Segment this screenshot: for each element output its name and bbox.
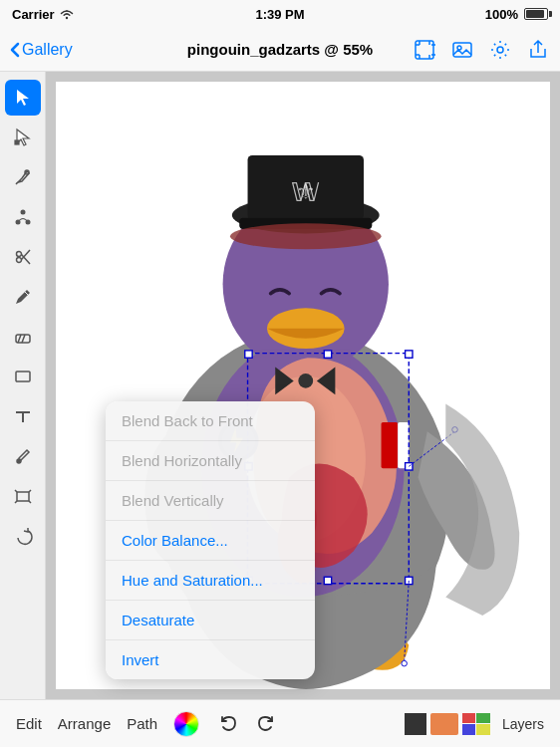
status-time: 1:39 PM (255, 7, 304, 22)
bottom-left: Edit Arrange Path (16, 710, 279, 738)
carrier-label: Carrier (12, 7, 55, 22)
left-toolbar (0, 72, 46, 699)
wifi-icon (59, 8, 75, 20)
svg-rect-32 (398, 422, 409, 468)
svg-rect-40 (324, 577, 331, 584)
direct-select-tool[interactable] (5, 120, 41, 155)
main-area: 𝕎 (0, 72, 560, 699)
status-left: Carrier (12, 7, 75, 22)
bottom-bar: Edit Arrange Path (0, 699, 560, 747)
image-icon[interactable] (450, 38, 474, 62)
path-button[interactable]: Path (127, 715, 157, 732)
node-tool[interactable] (5, 199, 41, 235)
scissors-tool[interactable] (5, 239, 41, 275)
menu-item-invert[interactable]: Invert (106, 640, 315, 679)
layers-button[interactable]: Layers (502, 716, 544, 732)
svg-rect-5 (15, 140, 19, 144)
svg-rect-31 (382, 422, 399, 468)
svg-rect-15 (17, 492, 29, 501)
context-menu: Blend Back to Front Blend Horizontally B… (106, 401, 315, 679)
bottom-right-tools: Layers (405, 713, 544, 735)
battery-icon (524, 8, 548, 20)
fill-black-button[interactable] (405, 713, 426, 735)
svg-point-14 (17, 459, 21, 463)
pen-tool[interactable] (5, 159, 41, 195)
svg-point-24 (230, 223, 382, 249)
gallery-label: Gallery (22, 41, 73, 59)
svg-point-0 (65, 17, 67, 19)
menu-item-blend-front[interactable]: Blend Back to Front (106, 401, 315, 441)
status-bar: Carrier 1:39 PM 100% (0, 0, 560, 28)
transform-tool[interactable] (5, 478, 41, 514)
undo-redo-group (215, 710, 279, 738)
select-tool[interactable] (5, 80, 41, 116)
svg-point-4 (497, 47, 503, 53)
eraser-tool[interactable] (5, 319, 41, 355)
top-bar-right (413, 38, 550, 62)
top-bar-left: Gallery (10, 41, 73, 59)
chevron-left-icon (10, 42, 20, 58)
status-right: 100% (485, 7, 548, 22)
eyedropper-tool[interactable] (5, 438, 41, 474)
svg-point-11 (16, 258, 21, 263)
svg-rect-35 (245, 351, 252, 358)
svg-rect-39 (324, 351, 331, 358)
svg-rect-1 (416, 41, 433, 59)
document-title: pingouin_gadzarts @ 55% (187, 41, 373, 58)
svg-rect-13 (16, 372, 30, 381)
canvas-area[interactable]: 𝕎 (46, 72, 560, 699)
gallery-button[interactable]: Gallery (10, 41, 73, 59)
svg-text:⚜: ⚜ (296, 179, 316, 204)
redo-button[interactable] (251, 710, 279, 738)
color-picker-button[interactable] (173, 711, 199, 737)
share-icon[interactable] (526, 38, 550, 62)
rectangle-tool[interactable] (5, 359, 41, 394)
arrange-button[interactable]: Arrange (58, 715, 111, 732)
edit-button[interactable]: Edit (16, 715, 42, 732)
text-tool[interactable] (5, 398, 41, 434)
undo-button[interactable] (215, 710, 243, 738)
menu-item-desaturate[interactable]: Desaturate (106, 601, 315, 640)
fill-orange-button[interactable] (430, 713, 458, 735)
menu-item-hue-saturation[interactable]: Hue and Saturation... (106, 561, 315, 601)
rotate-tool[interactable] (5, 518, 41, 554)
svg-rect-36 (406, 351, 413, 358)
settings-icon[interactable] (488, 38, 512, 62)
layers-mosaic-button[interactable] (462, 713, 490, 735)
svg-point-10 (16, 252, 21, 257)
svg-point-8 (20, 210, 25, 215)
pencil-tool[interactable] (5, 279, 41, 315)
svg-point-46 (402, 660, 408, 666)
menu-item-blend-vertical[interactable]: Blend Vertically (106, 481, 315, 521)
top-bar: Gallery pingouin_gadzarts @ 55% (0, 28, 560, 72)
menu-item-color-balance[interactable]: Color Balance... (106, 521, 315, 561)
menu-item-blend-horizontal[interactable]: Blend Horizontally (106, 441, 315, 481)
battery-percent: 100% (485, 7, 518, 22)
frame-icon[interactable] (413, 38, 436, 62)
svg-point-30 (298, 374, 313, 388)
